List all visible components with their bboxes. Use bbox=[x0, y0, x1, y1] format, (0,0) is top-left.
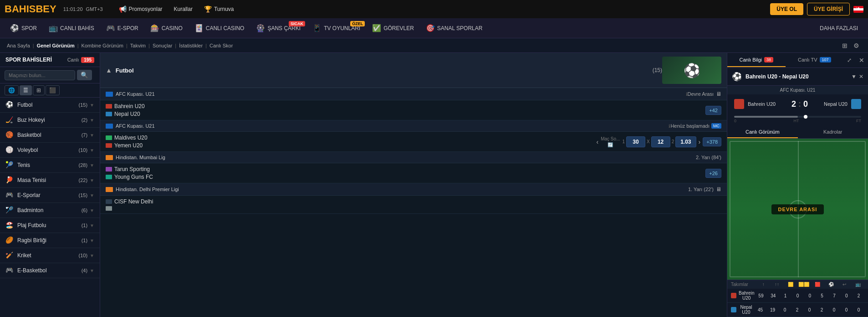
screen-icon-delhi[interactable]: 🖥 bbox=[716, 186, 721, 192]
status-devre-arasi: Devre Arası bbox=[688, 91, 714, 97]
odds-category-label: Maç So... bbox=[601, 136, 620, 141]
register-button[interactable]: ÜYE OL bbox=[770, 3, 803, 15]
nav-e-spor[interactable]: 🎮 E-SPOR bbox=[101, 18, 144, 38]
match-sport-icon: ⚽ bbox=[732, 72, 742, 82]
prev-nav[interactable]: ‹ bbox=[596, 138, 598, 146]
odds-x-label: X bbox=[647, 139, 650, 144]
sidebar-item-buz-hokeyi[interactable]: 🏒 Buz Hokeyi (2) ▼ bbox=[0, 113, 100, 128]
sidebar-item-plaj-futbolu[interactable]: 🏖️ Plaj Futbolu (1) ▼ bbox=[0, 218, 100, 233]
grid-sport-view-button[interactable]: ⊞ bbox=[33, 85, 45, 95]
futbol-section-header[interactable]: ▲ Futbol (15) ⚽ bbox=[100, 53, 727, 88]
breadcrumb-genel-gorunum[interactable]: Genel Görünüm bbox=[37, 43, 75, 48]
tab-live-view[interactable]: Canlı Görünüm bbox=[727, 126, 798, 138]
table-row: Tarun Sporting Young Guns FC +26 bbox=[100, 163, 727, 183]
search-button[interactable]: 🔍 bbox=[77, 70, 92, 80]
language-flag[interactable] bbox=[853, 6, 863, 13]
breadcrumb-sonuclar[interactable]: Sonuçlar bbox=[153, 43, 172, 48]
nav-gorevler[interactable]: ✅ GÖREVLER bbox=[367, 18, 419, 38]
odds-1-button[interactable]: 30 bbox=[626, 136, 645, 147]
team2-stats-name: Nepal U20 bbox=[731, 305, 754, 315]
odds-2-button[interactable]: 1.03 bbox=[675, 136, 696, 147]
tile-view-button[interactable]: ⬛ bbox=[46, 85, 60, 95]
esport-icon: 🎮 bbox=[5, 191, 14, 199]
logo-orange: BEY bbox=[36, 3, 56, 15]
nav-sanal-sporlar[interactable]: 🎯 SANAL SPORLAR bbox=[420, 18, 488, 38]
screen-icon[interactable]: 🖥 bbox=[716, 91, 721, 97]
breadcrumb-sep-2: | bbox=[77, 43, 79, 48]
sidebar-item-voleybol[interactable]: 🏐 Voleybol (10) ▼ bbox=[0, 143, 100, 158]
close-icon[interactable]: ✕ bbox=[855, 53, 868, 68]
plus-badge-1[interactable]: +42 bbox=[705, 106, 721, 115]
odds-x-button[interactable]: 12 bbox=[651, 136, 670, 147]
team2-stats-kit bbox=[731, 307, 736, 312]
tennis-icon: 🎾 bbox=[5, 161, 14, 169]
right-panel: Canlı Bilgi 38 Canlı TV 107 ⤢ ✕ ⚽ Bahrei… bbox=[727, 53, 868, 317]
t2-c5: 0 bbox=[804, 307, 815, 312]
sidebar-item-e-sporlar[interactable]: 🎮 E-Sporlar (15) ▼ bbox=[0, 188, 100, 203]
nav-daha-fazlasi[interactable]: DAHA FAZLASI bbox=[814, 18, 863, 38]
sport-name-buz-hokeyi: Buz Hokeyi bbox=[17, 117, 82, 123]
breadcrumb-sep-4: | bbox=[148, 43, 150, 48]
plus-badge-3[interactable]: +26 bbox=[705, 169, 721, 178]
nav-spor[interactable]: ⚽ SPOR bbox=[5, 18, 42, 38]
t1-c4: 0 bbox=[792, 293, 803, 298]
detail-chevron-icon[interactable]: ▼ bbox=[851, 73, 857, 80]
header-nav-promotions[interactable]: 📢 Promosyonlar bbox=[114, 4, 167, 15]
expand-icon[interactable]: ⤢ bbox=[843, 53, 855, 67]
score-separator: : bbox=[798, 99, 801, 109]
nav-canli-casino[interactable]: 🃏 CANLI CASINO bbox=[189, 18, 250, 38]
nav-tv-oyunlari[interactable]: 📱 TV OYUNLARI ÖZEL bbox=[307, 18, 366, 38]
login-button[interactable]: ÜYE GİRİŞİ bbox=[807, 3, 850, 16]
chevron-down-icon: ▼ bbox=[90, 193, 94, 198]
team-column-4: CISF New Delhi bbox=[106, 198, 169, 211]
sidebar-item-futbol[interactable]: ⚽ Futbol (15) ▼ bbox=[0, 98, 100, 113]
sidebar-item-tenis[interactable]: 🎾 Tenis (28) ▼ bbox=[0, 158, 100, 173]
tab-canli-bilgi[interactable]: Canlı Bilgi 38 bbox=[727, 53, 786, 67]
team1-name-4: CISF New Delhi bbox=[106, 198, 169, 205]
sidebar-item-masa-tenisi[interactable]: 🏓 Masa Tenisi (22) ▼ bbox=[0, 173, 100, 188]
team1-kit bbox=[734, 99, 744, 109]
sport-name-e-sporlar: E-Sporlar bbox=[17, 192, 79, 198]
globe-view-button[interactable]: 🌐 bbox=[5, 85, 19, 95]
nav-canli-bahis[interactable]: 📺 CANLI BAHİS bbox=[43, 18, 100, 38]
header: BAHISBEY 11:01:20 GMT+3 📢 Promosyonlar K… bbox=[0, 0, 868, 18]
sport-count-masa-tenisi: (22) bbox=[79, 177, 88, 183]
header-nav-tournament[interactable]: 🏆 Turnuva bbox=[199, 4, 239, 15]
chevron-down-icon: ▼ bbox=[90, 268, 94, 273]
search-input[interactable] bbox=[5, 70, 75, 80]
breadcrumb-ana-sayfa[interactable]: Ana Sayfa bbox=[7, 43, 30, 48]
match-detail-title: Bahrein U20 - Nepal U20 bbox=[745, 73, 851, 80]
breadcrumb-istatistikler[interactable]: İstatistikler bbox=[179, 43, 203, 48]
breadcrumb-canli-skor[interactable]: Canlı Skor bbox=[209, 43, 233, 48]
plus-badge-2[interactable]: +378 bbox=[703, 137, 721, 146]
sidebar-item-e-basketbol[interactable]: 🎮 E-Basketbol (4) ▼ bbox=[0, 263, 100, 278]
sport-count-plaj-futbolu: (1) bbox=[82, 223, 87, 228]
breadcrumb-takvim[interactable]: Takvim bbox=[130, 43, 146, 48]
next-nav[interactable]: › bbox=[699, 138, 701, 146]
chevron-down-icon: ▼ bbox=[90, 118, 94, 123]
canli-tv-count: 107 bbox=[820, 57, 831, 62]
sport-count-e-sporlar: (15) bbox=[79, 192, 88, 198]
tab-kadro[interactable]: Kadrolar bbox=[798, 126, 868, 138]
tab-canli-tv[interactable]: Canlı TV 107 bbox=[786, 53, 844, 67]
breadcrumb-kombine-gorunum[interactable]: Kombine Görünüm bbox=[82, 43, 123, 48]
settings-button[interactable]: ⚙ bbox=[852, 40, 861, 51]
nav-sans-carki[interactable]: 🎡 ŞANS ÇARKI SICAK bbox=[250, 18, 306, 38]
table-row: Maldives U20 Yemen U20 ‹ Maç So... 🔄 1 3… bbox=[100, 132, 727, 152]
sidebar-item-badminton[interactable]: 🏸 Badminton (6) ▼ bbox=[0, 203, 100, 218]
volleyball-icon: 🏐 bbox=[5, 146, 14, 154]
section-hero-image: ⚽ bbox=[662, 57, 721, 84]
sidebar-item-ragbi[interactable]: 🏉 Ragbi Birliği (1) ▼ bbox=[0, 233, 100, 248]
sidebar-item-kriket[interactable]: 🏏 Kriket (10) ▼ bbox=[0, 248, 100, 263]
nav-casino[interactable]: 🎰 CASINO bbox=[145, 18, 188, 38]
sidebar-item-basketbol[interactable]: 🏀 Basketbol (7) ▼ bbox=[0, 128, 100, 143]
grid-view-button[interactable]: ⊞ bbox=[840, 40, 849, 51]
ozel-badge: ÖZEL bbox=[350, 21, 365, 26]
team2-flag-4 bbox=[106, 206, 112, 211]
list-view-button[interactable]: ☰ bbox=[20, 85, 32, 95]
team1-name: Bahrein U20 bbox=[106, 103, 169, 109]
detail-close-icon[interactable]: ✕ bbox=[859, 73, 863, 80]
logo[interactable]: BAHISBEY bbox=[5, 3, 56, 15]
header-nav-rules[interactable]: Kurallar bbox=[169, 4, 197, 15]
breadcrumb-sep-3: | bbox=[126, 43, 128, 48]
